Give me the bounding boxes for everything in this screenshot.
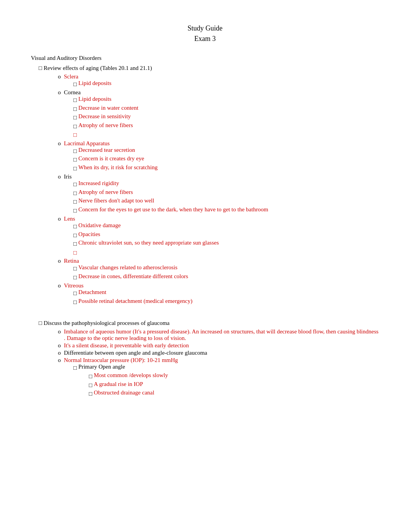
differentiate-label: Differentiate between open angle and ang… (64, 350, 207, 356)
subsection-differentiate: o Differentiate between open angle and a… (39, 350, 379, 356)
primary-open-label: Primary Open angle (78, 364, 125, 370)
section1-header: □ Review effects of aging (Tables 20.1 a… (39, 64, 379, 73)
lacrimal-item-2: □ Concern is it creates dry eye (73, 155, 379, 164)
subsection-iris: o Iris □ Increased rigidity □ Atrophy of… (39, 173, 379, 215)
spacer1 (31, 309, 379, 319)
cornea-item-empty: □ (73, 131, 379, 139)
retina-item-1: □ Vascular changes related to atheroscle… (73, 264, 379, 273)
vitreous-item-1: □ Detachment (73, 289, 379, 298)
cornea-label: Cornea (64, 89, 81, 96)
iop-item-2: □ A gradual rise in IOP (89, 381, 379, 390)
silent-label: It's a silent disease, it preventable wi… (64, 342, 189, 349)
lacrimal-item-3: □ When its dry, it risk for scratching (73, 164, 379, 173)
lens-label: Lens (64, 216, 75, 222)
iris-item-4: □ Concern for the eyes to get use to the… (73, 206, 379, 215)
subsection-silent: o It's a silent disease, it preventable … (39, 342, 379, 349)
aqueous-label: Imbalance of aqueous humor (It's a press… (64, 328, 380, 342)
cornea-item-3: □ Decrease in sensitivity (73, 113, 379, 122)
lacrimal-item-1: □ Decreased tear secretion (73, 147, 379, 156)
retina-label: Retina (64, 258, 79, 264)
cornea-item-4: □ Atrophy of nerve fibers (73, 122, 379, 131)
primary-open-angle: □ Primary Open angle □ Most common /deve… (58, 364, 379, 398)
section2-header: □ Discuss the pathophysiological process… (39, 319, 379, 328)
subsection-aqueous: o Imbalance of aqueous humor (It's a pre… (39, 328, 379, 342)
subsection-lacrimal: o Lacrimal Apparatus □ Decreased tear se… (39, 140, 379, 173)
subsection-iop: o Normal Intraocular pressure (IOP): 10-… (39, 357, 379, 398)
iop-label: Normal Intraocular pressure (IOP): 10-21… (64, 357, 178, 364)
subsection-lens: o Lens □ Oxidative damage □ Opacities □ … (39, 216, 379, 257)
retina-item-2: □ Decrease in cones, differentiate diffe… (73, 273, 379, 282)
subsection-cornea: o Cornea □ Lipid deposits □ Decrease in … (39, 89, 379, 139)
bullet-sym: □ (39, 64, 42, 73)
subsection-retina: o Retina □ Vascular changes related to a… (39, 258, 379, 282)
subsection-sclera: o Sclera □ Lipid deposits (39, 73, 379, 89)
subsection-vitreous: o Vitreous □ Detachment □ Possible retin… (39, 282, 379, 306)
sclera-label: Sclera (64, 73, 78, 80)
lens-item-1: □ Oxidative damage (73, 222, 379, 231)
iris-item-1: □ Increased rigidity (73, 180, 379, 189)
section-glaucoma: □ Discuss the pathophysiological process… (31, 319, 379, 398)
main-heading: Visual and Auditory Disorders (31, 55, 379, 61)
iop-item-3: □ Obstructed drainage canal (89, 389, 379, 398)
section-review-aging: □ Review effects of aging (Tables 20.1 a… (31, 64, 379, 306)
page-title: Study Guide Exam 3 (31, 23, 379, 44)
iris-item-3: □ Nerve fibers don't adapt too well (73, 197, 379, 206)
iris-item-2: □ Atrophy of nerve fibers (73, 189, 379, 198)
sclera-item-1: □ Lipid deposits (73, 80, 379, 89)
lens-item-2: □ Opacities (73, 231, 379, 240)
iris-label: Iris (64, 173, 72, 180)
lens-item-empty: □ (73, 248, 379, 257)
lens-item-3: □ Chronic ultraviolet sun, so they need … (73, 240, 379, 248)
section2-label: Discuss the pathophysiological processes… (44, 319, 169, 328)
section1-label: Review effects of aging (Tables 20.1 and… (44, 64, 152, 73)
lacrimal-label: Lacrimal Apparatus (64, 140, 110, 147)
iop-item-1: □ Most common /develops slowly (89, 372, 379, 381)
cornea-item-1: □ Lipid deposits (73, 96, 379, 105)
title-line2: Exam 3 (194, 35, 216, 42)
vitreous-item-2: □ Possible retinal detachment (medical e… (73, 298, 379, 307)
cornea-item-2: □ Decrease in water content (73, 105, 379, 114)
title-line1: Study Guide (188, 24, 223, 32)
vitreous-label: Vitreous (64, 282, 84, 289)
bullet-sym-2: □ (39, 319, 42, 328)
